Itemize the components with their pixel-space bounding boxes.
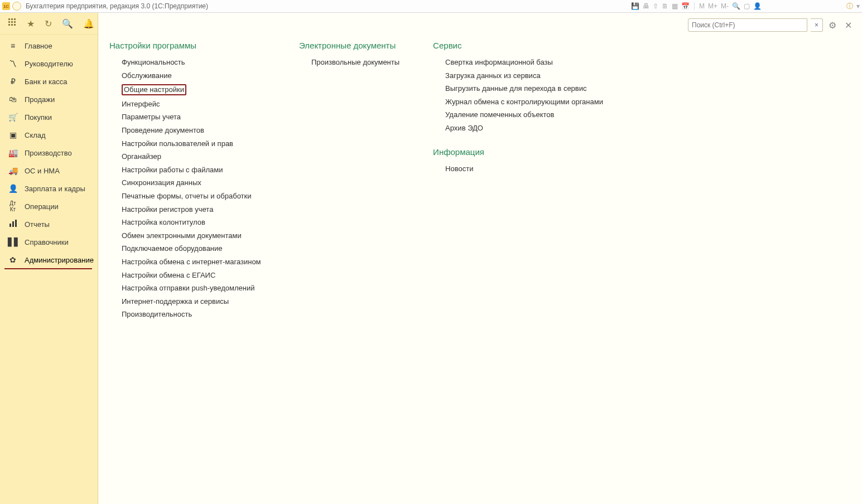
- document-icon[interactable]: 🗎: [662, 2, 668, 10]
- sidebar-item-label: Банк и касса: [25, 77, 68, 86]
- search-clear-button[interactable]: ×: [811, 18, 823, 32]
- sidebar-item-label: ОС и НМА: [25, 167, 60, 175]
- link-general-settings[interactable]: Общие настройки: [122, 84, 186, 95]
- back-icon[interactable]: [12, 2, 21, 11]
- menu-icon: ≡: [8, 41, 18, 50]
- upload-icon[interactable]: ⇧: [653, 2, 658, 10]
- info-icon[interactable]: ⓘ: [846, 2, 853, 11]
- sidebar-item-reports[interactable]: Отчеты: [0, 215, 98, 233]
- svg-rect-6: [8, 24, 10, 26]
- link-data-sync[interactable]: Синхронизация данных: [122, 178, 266, 187]
- sidebar-item-operations[interactable]: ДтКт Операции: [0, 197, 98, 215]
- sidebar-item-label: Склад: [25, 131, 46, 139]
- link-load-service[interactable]: Загрузка данных из сервиса: [445, 71, 603, 80]
- sidebar-toolbar: ★ ↻ 🔍 🔔: [0, 13, 98, 35]
- link-maintenance[interactable]: Обслуживание: [122, 71, 266, 80]
- link-exchange-journal[interactable]: Журнал обмена с контролирующими органами: [445, 98, 603, 106]
- search-input[interactable]: [688, 18, 807, 32]
- link-db-compress[interactable]: Свертка информационной базы: [445, 58, 603, 67]
- sidebar-item-purchases[interactable]: 🛒 Покупки: [0, 108, 98, 126]
- link-doc-posting[interactable]: Проведение документов: [122, 126, 266, 135]
- titlebar-icons: 💾 🖶 ⇧ 🗎 ▦ 📅 M M+ M- 🔍 ▢ 👤 ⓘ ▾: [631, 2, 860, 11]
- link-performance[interactable]: Производительность: [122, 310, 266, 319]
- svg-rect-0: [8, 18, 10, 20]
- sidebar-item-label: Администрирование: [25, 256, 94, 264]
- factory-icon: 🏭: [8, 148, 18, 157]
- search-icon[interactable]: 🔍: [62, 18, 73, 29]
- save-icon[interactable]: 💾: [631, 2, 639, 10]
- memory-m-icon[interactable]: M: [699, 2, 705, 10]
- memory-mplus-icon[interactable]: M+: [708, 2, 717, 10]
- basket-icon: 🛒: [8, 113, 18, 122]
- user-icon[interactable]: 👤: [753, 2, 762, 10]
- sidebar-item-label: Зарплата и кадры: [25, 185, 85, 193]
- link-eshop-exchange[interactable]: Настройка обмена с интернет-магазином: [122, 258, 266, 266]
- link-export-service[interactable]: Выгрузить данные для перехода в сервис: [445, 84, 603, 93]
- link-custom-docs[interactable]: Произвольные документы: [311, 58, 399, 67]
- link-internet-support[interactable]: Интернет-поддержка и сервисы: [122, 297, 266, 306]
- link-print-forms[interactable]: Печатные формы, отчеты и обработки: [122, 192, 266, 201]
- link-edo-archive[interactable]: Архив ЭДО: [445, 124, 603, 133]
- sidebar-item-label: Операции: [25, 202, 59, 211]
- app-logo-icon: 1C: [2, 2, 10, 10]
- sidebar-item-manager[interactable]: 〽 Руководителю: [0, 55, 98, 72]
- svg-rect-2: [14, 18, 16, 20]
- ruble-icon: ₽: [8, 77, 18, 86]
- close-icon[interactable]: ✕: [842, 19, 854, 31]
- section-title-edocs: Электронные документы: [299, 41, 399, 50]
- main-content: × ⚙ ✕ Настройки программы Функциональнос…: [98, 13, 862, 504]
- section-title-service: Сервис: [433, 41, 603, 50]
- windows-icon[interactable]: ▢: [744, 2, 750, 10]
- calendar-icon[interactable]: 📅: [681, 2, 690, 10]
- sidebar-item-assets[interactable]: 🚚 ОС и НМА: [0, 162, 98, 180]
- cart-icon: 🛍: [8, 95, 18, 104]
- link-egais[interactable]: Настройки обмена с ЕГАИС: [122, 271, 266, 280]
- link-interface[interactable]: Интерфейс: [122, 100, 266, 109]
- chart-icon: 〽: [8, 59, 18, 68]
- sidebar-item-warehouse[interactable]: ▣ Склад: [0, 126, 98, 144]
- sidebar-item-salary[interactable]: 👤 Зарплата и кадры: [0, 180, 98, 197]
- sidebar-item-administration[interactable]: ✿ Администрирование: [0, 251, 98, 269]
- link-news[interactable]: Новости: [445, 164, 603, 173]
- sidebar-item-sales[interactable]: 🛍 Продажи: [0, 90, 98, 108]
- link-header-footer[interactable]: Настройка колонтитулов: [122, 218, 266, 227]
- info-links: Новости: [433, 164, 603, 173]
- link-functionality[interactable]: Функциональность: [122, 58, 266, 67]
- apps-icon[interactable]: [8, 18, 17, 29]
- settings-icon[interactable]: ⚙: [826, 19, 839, 31]
- calculator-icon[interactable]: ▦: [672, 2, 678, 10]
- memory-mminus-icon[interactable]: M-: [721, 2, 729, 10]
- sidebar-item-label: Продажи: [25, 95, 55, 104]
- link-peripherals[interactable]: Подключаемое оборудование: [122, 244, 266, 253]
- books-icon: ▋▋: [8, 238, 18, 246]
- link-file-settings[interactable]: Настройки работы с файлами: [122, 166, 266, 175]
- star-icon[interactable]: ★: [27, 18, 35, 29]
- sidebar-item-label: Производство: [25, 149, 72, 157]
- sidebar-item-directories[interactable]: ▋▋ Справочники: [0, 233, 98, 251]
- link-delete-marked[interactable]: Удаление помеченных объектов: [445, 110, 603, 119]
- svg-rect-3: [8, 21, 10, 23]
- separator: [694, 2, 695, 10]
- link-accounting-params[interactable]: Параметры учета: [122, 113, 266, 122]
- truck-icon: 🚚: [8, 166, 18, 175]
- link-organizer[interactable]: Органайзер: [122, 152, 266, 161]
- svg-rect-1: [11, 18, 13, 20]
- zoom-icon[interactable]: 🔍: [732, 2, 740, 10]
- section-title-settings: Настройки программы: [109, 41, 266, 50]
- link-edoc-exchange[interactable]: Обмен электронными документами: [122, 231, 266, 240]
- svg-rect-9: [9, 224, 11, 227]
- nav-list: ≡ Главное 〽 Руководителю ₽ Банк и касса …: [0, 35, 98, 269]
- sidebar-item-label: Главное: [25, 42, 52, 50]
- print-icon[interactable]: 🖶: [643, 2, 649, 10]
- sidebar-item-label: Справочники: [25, 238, 69, 246]
- history-icon[interactable]: ↻: [45, 18, 52, 29]
- dropdown-icon[interactable]: ▾: [856, 2, 860, 10]
- sidebar-item-main[interactable]: ≡ Главное: [0, 37, 98, 55]
- link-push[interactable]: Настройка отправки push-уведомлений: [122, 284, 266, 293]
- link-user-rights[interactable]: Настройки пользователей и прав: [122, 139, 266, 148]
- sidebar-item-bank[interactable]: ₽ Банк и касса: [0, 72, 98, 90]
- svg-rect-5: [14, 21, 16, 23]
- sidebar-item-production[interactable]: 🏭 Производство: [0, 144, 98, 162]
- bell-icon[interactable]: 🔔: [83, 18, 94, 29]
- link-register-settings[interactable]: Настройки регистров учета: [122, 205, 266, 214]
